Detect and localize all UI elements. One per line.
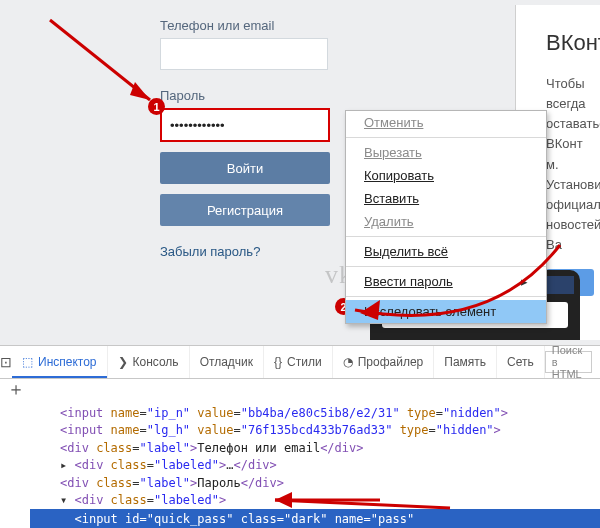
code-line: <input name="lg_h" value="76f135bcd433b7… — [60, 422, 600, 439]
tab-inspector[interactable]: ⬚Инспектор — [12, 346, 108, 378]
tab-memory[interactable]: Память — [434, 346, 497, 378]
tab-debugger[interactable]: Отладчик — [190, 346, 264, 378]
ctx-inspect-element[interactable]: Исследовать элемент — [346, 300, 546, 323]
code-line: <div class="label">Телефон или email</di… — [60, 440, 600, 457]
promo-text-1: Чтобы всегда оставаться ВКонт — [546, 74, 590, 155]
styles-icon: {} — [274, 355, 282, 369]
label-password: Пароль — [160, 88, 500, 103]
tab-profiler[interactable]: ◔Профайлер — [333, 346, 435, 378]
promo-title: ВКонтакте — [546, 30, 590, 56]
tab-styles[interactable]: {}Стили — [264, 346, 333, 378]
promo-text-2: м. Установите официал — [546, 155, 590, 215]
devtools-search-input[interactable]: Поиск в HTML — [545, 351, 592, 373]
ctx-paste[interactable]: Вставить — [346, 187, 546, 210]
console-icon: ❯ — [118, 355, 128, 369]
ctx-delete[interactable]: Удалить — [346, 210, 546, 233]
devtools-html-panel[interactable]: <input name="ip_n" value="bb4ba/e80c5ib8… — [0, 401, 600, 528]
label-login: Телефон или email — [160, 18, 500, 33]
register-button[interactable]: Регистрация — [160, 194, 330, 226]
ctx-copy[interactable]: Копировать — [346, 164, 546, 187]
devtools-new-tab[interactable]: ＋ — [0, 377, 32, 401]
profiler-icon: ◔ — [343, 355, 353, 369]
ctx-undo[interactable]: Отменить — [346, 111, 546, 134]
tab-console[interactable]: ❯Консоль — [108, 346, 190, 378]
ctx-fill-password[interactable]: Ввести пароль▸ — [346, 270, 546, 293]
code-line: ▾ <div class="labeled"> — [60, 492, 600, 509]
code-line-selected: <input id="quick_pass" class="dark" name… — [30, 509, 600, 528]
promo-text-3: новостей Ва — [546, 215, 590, 255]
code-line: <div class="label">Пароль</div> — [60, 475, 600, 492]
inspector-icon: ⬚ — [22, 355, 33, 369]
code-line: ▸ <div class="labeled">…</div> — [60, 457, 600, 474]
code-line: <input name="ip_n" value="bb4ba/e80c5ib8… — [60, 405, 600, 422]
devtools-dock-icon[interactable]: ⊡ — [0, 354, 12, 370]
context-menu: Отменить Вырезать Копировать Вставить Уд… — [345, 110, 547, 324]
ctx-select-all[interactable]: Выделить всё — [346, 240, 546, 263]
annotation-badge-1: 1 — [148, 98, 165, 115]
tab-network[interactable]: Сеть — [497, 346, 545, 378]
ctx-cut[interactable]: Вырезать — [346, 141, 546, 164]
login-input[interactable] — [160, 38, 328, 70]
devtools-tabbar: ⊡ ⬚Инспектор ❯Консоль Отладчик {}Стили ◔… — [0, 345, 600, 379]
password-input[interactable]: •••••••••••• — [160, 108, 330, 142]
login-button[interactable]: Войти — [160, 152, 330, 184]
